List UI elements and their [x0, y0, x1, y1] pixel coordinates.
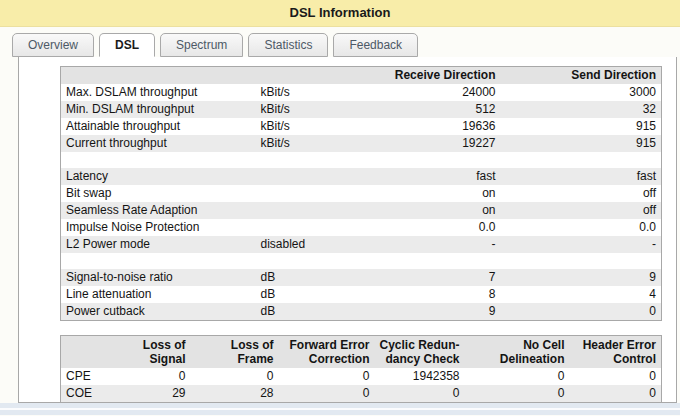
- counter-value: 0: [109, 368, 191, 385]
- receive-value: 24000: [368, 84, 501, 101]
- unit-cell: kBit/s: [256, 135, 368, 152]
- counter-value: 0: [465, 385, 570, 403]
- table-row: Min. DSLAM throughputkBit/s51232: [61, 101, 662, 118]
- column-header: Send Direction: [501, 67, 662, 85]
- tab-statistics[interactable]: Statistics: [248, 33, 328, 57]
- unit-cell: dB: [256, 303, 368, 321]
- table-row: Line attenuationdB84: [61, 286, 662, 303]
- unit-cell: [256, 202, 368, 219]
- receive-value: 8: [368, 286, 501, 303]
- tab-bar: OverviewDSLSpectrumStatisticsFeedback: [0, 27, 680, 57]
- unit-cell: dB: [256, 286, 368, 303]
- row-label: Attainable throughput: [61, 118, 256, 135]
- table-row: Seamless Rate Adaptiononoff: [61, 202, 662, 219]
- table-row: Latencyfastfast: [61, 168, 662, 185]
- send-value: 3000: [501, 84, 662, 101]
- column-header: Loss of Frame: [191, 336, 279, 369]
- table-row: L2 Power modedisabled--: [61, 236, 662, 253]
- page-title: DSL Information: [0, 0, 680, 27]
- counter-value: 0: [465, 368, 570, 385]
- receive-value: on: [368, 202, 501, 219]
- table-row: Power cutbackdB90: [61, 303, 662, 321]
- unit-cell: [256, 168, 368, 185]
- row-label: COE: [61, 385, 109, 403]
- unit-cell: kBit/s: [256, 118, 368, 135]
- error-table-header-row: Loss of SignalLoss of FrameForward Error…: [61, 336, 662, 369]
- row-label: CPE: [61, 368, 109, 385]
- receive-value: 9: [368, 303, 501, 321]
- row-label: Latency: [61, 168, 256, 185]
- row-label: Power cutback: [61, 303, 256, 321]
- column-header: [61, 67, 256, 85]
- receive-value: 19227: [368, 135, 501, 152]
- counter-value: 29: [109, 385, 191, 403]
- receive-value: 512: [368, 101, 501, 118]
- unit-cell: kBit/s: [256, 101, 368, 118]
- send-value: 915: [501, 118, 662, 135]
- table-row: Current throughputkBit/s19227915: [61, 135, 662, 152]
- tab-overview[interactable]: Overview: [12, 33, 94, 57]
- row-label: L2 Power mode: [61, 236, 256, 253]
- column-header: Receive Direction: [368, 67, 501, 85]
- counter-value: 0: [279, 385, 375, 403]
- dsl-info-panel: Receive DirectionSend DirectionMax. DSLA…: [18, 56, 677, 403]
- spacer-row: [61, 253, 662, 269]
- send-value: 4: [501, 286, 662, 303]
- table-row: CPE000194235800: [61, 368, 662, 385]
- spacer-row: [61, 152, 662, 168]
- tab-feedback[interactable]: Feedback: [333, 33, 418, 57]
- table-row: COE29280000: [61, 385, 662, 403]
- direction-table-header-row: Receive DirectionSend Direction: [61, 67, 662, 85]
- tab-spectrum[interactable]: Spectrum: [160, 33, 243, 57]
- send-value: off: [501, 202, 662, 219]
- spacer-cell: [61, 152, 662, 168]
- send-value: fast: [501, 168, 662, 185]
- receive-value: 7: [368, 269, 501, 286]
- receive-value: 19636: [368, 118, 501, 135]
- row-label: Seamless Rate Adaption: [61, 202, 256, 219]
- counter-value: 0: [570, 385, 662, 403]
- row-label: Bit swap: [61, 185, 256, 202]
- counter-value: 1942358: [375, 368, 465, 385]
- table-row: Attainable throughputkBit/s19636915: [61, 118, 662, 135]
- unit-cell: [256, 219, 368, 236]
- receive-value: 0.0: [368, 219, 501, 236]
- receive-value: on: [368, 185, 501, 202]
- column-header: [256, 67, 368, 85]
- tab-dsl[interactable]: DSL: [99, 33, 155, 57]
- row-label: Max. DSLAM throughput: [61, 84, 256, 101]
- row-label: Signal-to-noise ratio: [61, 269, 256, 286]
- send-value: 9: [501, 269, 662, 286]
- column-header: No Cell Delineation: [465, 336, 570, 369]
- direction-table: Receive DirectionSend DirectionMax. DSLA…: [60, 66, 662, 321]
- error-counter-table: Loss of SignalLoss of FrameForward Error…: [60, 335, 662, 403]
- send-value: -: [501, 236, 662, 253]
- column-header: Loss of Signal: [109, 336, 191, 369]
- send-value: 915: [501, 135, 662, 152]
- column-header: [61, 336, 109, 369]
- receive-value: -: [368, 236, 501, 253]
- counter-value: 0: [570, 368, 662, 385]
- row-label: Min. DSLAM throughput: [61, 101, 256, 118]
- table-row: Signal-to-noise ratiodB79: [61, 269, 662, 286]
- counter-value: 0: [191, 368, 279, 385]
- column-header: Forward Error Correction: [279, 336, 375, 369]
- row-label: Line attenuation: [61, 286, 256, 303]
- table-row: Max. DSLAM throughputkBit/s240003000: [61, 84, 662, 101]
- send-value: off: [501, 185, 662, 202]
- table-row: Bit swaponoff: [61, 185, 662, 202]
- row-label: Current throughput: [61, 135, 256, 152]
- row-label: Impulse Noise Protection: [61, 219, 256, 236]
- counter-value: 0: [375, 385, 465, 403]
- counter-value: 28: [191, 385, 279, 403]
- unit-cell: [256, 185, 368, 202]
- counter-value: 0: [279, 368, 375, 385]
- send-value: 0: [501, 303, 662, 321]
- unit-cell: dB: [256, 269, 368, 286]
- unit-cell: disabled: [256, 236, 368, 253]
- receive-value: fast: [368, 168, 501, 185]
- column-header: Header Error Control: [570, 336, 662, 369]
- send-value: 32: [501, 101, 662, 118]
- column-header: Cyclic Redun- dancy Check: [375, 336, 465, 369]
- table-row: Impulse Noise Protection0.00.0: [61, 219, 662, 236]
